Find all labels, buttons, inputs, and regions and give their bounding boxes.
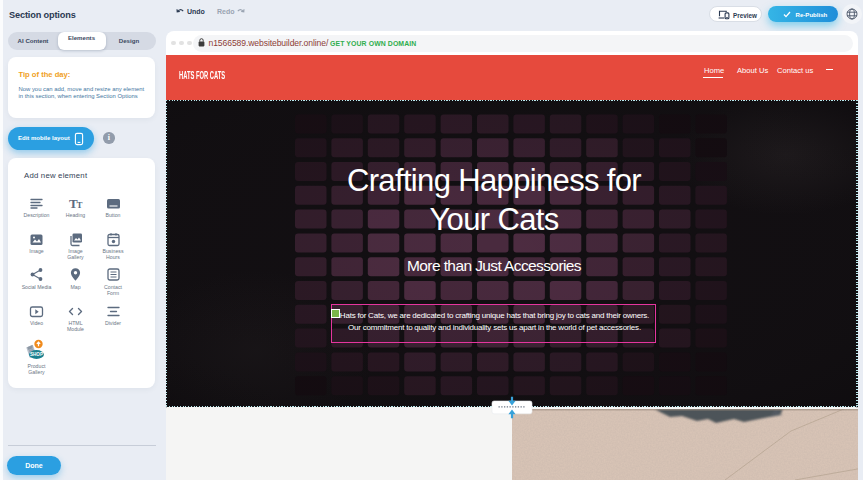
svg-text:T: T — [77, 200, 83, 210]
svg-text:SHOP: SHOP — [29, 352, 42, 357]
